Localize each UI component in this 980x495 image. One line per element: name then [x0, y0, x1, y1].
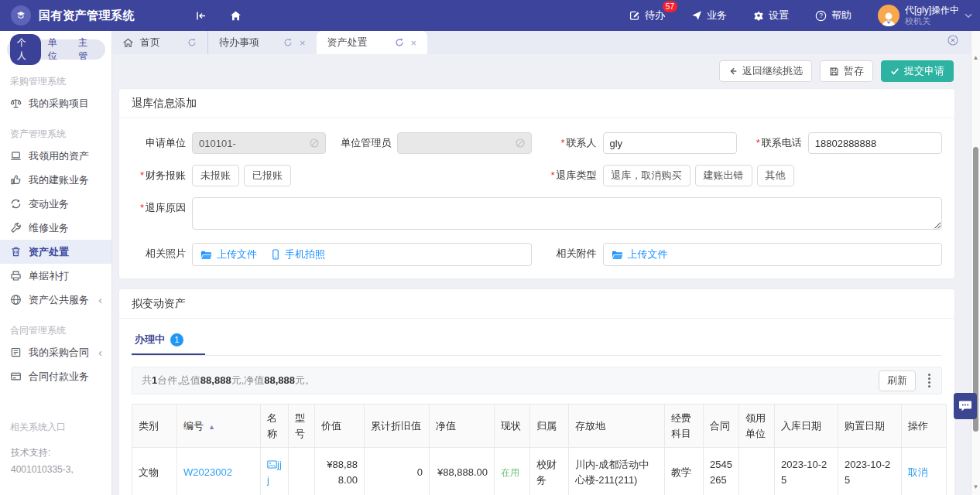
sidebar-item-label: 我领用的资产	[29, 149, 89, 163]
scrollbar-thumb[interactable]	[973, 147, 978, 432]
user-menu[interactable]: 代[gly]操作中 校机关	[878, 5, 972, 26]
status-badge: 在用	[501, 467, 519, 478]
sidebar-item-change-business[interactable]: 变动业务	[0, 192, 111, 216]
close-all-tabs-icon[interactable]	[947, 35, 958, 46]
attachments-label: 相关附件	[543, 243, 603, 265]
sidebar-item-contract-payment[interactable]: 合同付款业务	[0, 364, 111, 388]
svg-text:?: ?	[819, 12, 823, 19]
page-tabbar: 首页 待办事项 × 资产处置 ×	[112, 31, 971, 54]
sidebar-item-asset-disposal[interactable]: 资产处置	[0, 240, 111, 264]
scroll-up-icon[interactable]: ▲	[971, 54, 980, 61]
chevron-collapse-icon[interactable]: ‹	[98, 295, 102, 306]
sidebar-item-my-assets[interactable]: 我领用的资产	[0, 144, 111, 168]
tab-refresh-icon[interactable]	[283, 38, 293, 47]
cell-owner: 校财务	[530, 448, 569, 495]
scroll-down-icon[interactable]: ▼	[971, 483, 980, 490]
cell-contract: 2545265	[704, 448, 739, 495]
sidebar-item-label: 资产公共服务	[29, 293, 89, 307]
submit-application-button[interactable]: 提交申请	[881, 60, 954, 82]
sidebar-item-label: 我的采购合同	[29, 346, 89, 360]
summary-text: 共1台件,总值88,888元,净值88,888元。	[142, 374, 315, 387]
col-code[interactable]: 编号▲	[177, 405, 261, 448]
asset-name-link[interactable]: jjj	[267, 459, 282, 486]
tab-todo[interactable]: 待办事项 ×	[207, 31, 317, 54]
tab-label: 首页	[140, 36, 160, 50]
field-attachments: 相关附件 上传文件	[543, 243, 943, 266]
sidebar-item-my-purchase[interactable]: 我的采购项目	[0, 91, 111, 115]
processing-count-badge: 1	[170, 333, 183, 346]
col-action: 操作	[902, 405, 947, 448]
sidebar-item-label: 变动业务	[29, 197, 69, 211]
upload-file-link[interactable]: 上传文件	[612, 248, 668, 261]
tab-refresh-icon[interactable]	[187, 38, 197, 47]
tab-home[interactable]: 首页	[112, 31, 207, 54]
role-tab-unit[interactable]: 单位	[41, 34, 72, 65]
unit-admin-label: 单位管理员	[337, 132, 397, 154]
col-contract: 合同	[704, 405, 739, 448]
return-type-option-other[interactable]: 其他	[757, 165, 794, 186]
settings-menu[interactable]: 设置	[753, 9, 789, 22]
chat-fab-button[interactable]	[954, 393, 977, 419]
page-actions: 返回继续挑选 暂存 提交申请	[118, 60, 954, 82]
apply-unit-label: 申请单位	[132, 132, 192, 154]
finance-option-unreported[interactable]: 未报账	[192, 165, 239, 186]
sidebar-item-reprint[interactable]: 单据补打	[0, 264, 111, 288]
refresh-button[interactable]: 刷新	[879, 370, 916, 391]
finance-options: 未报账 已报账	[192, 165, 291, 186]
todo-label: 待办	[645, 9, 665, 22]
return-type-option-cancel[interactable]: 退库，取消购买	[603, 165, 690, 186]
tab-close-icon[interactable]: ×	[300, 38, 306, 48]
chevron-collapse-icon[interactable]: ‹	[98, 347, 102, 358]
cancel-row-link[interactable]: 取消	[908, 466, 928, 478]
home-icon[interactable]	[230, 10, 242, 22]
role-tab-personal[interactable]: 个人	[10, 34, 41, 65]
sidebar-item-public-service[interactable]: 资产公共服务 ‹	[0, 288, 111, 312]
phone-input[interactable]	[808, 132, 942, 154]
sidebar-item-repair-business[interactable]: 维修业务	[0, 216, 111, 240]
phone-photo-link[interactable]: 手机拍照	[271, 248, 325, 261]
thumbs-up-icon	[10, 174, 22, 186]
sidebar-item-my-contracts[interactable]: 我的采购合同 ‹	[0, 340, 111, 364]
collapse-sidebar-icon[interactable]	[195, 10, 207, 22]
upload-file-link[interactable]: 上传文件	[200, 248, 257, 261]
page-content: 返回继续挑选 暂存 提交申请 退库信息添加 申请单位 010101-	[112, 54, 971, 495]
asset-code-link[interactable]: W2023002	[183, 466, 232, 478]
col-name: 名称	[261, 405, 289, 448]
contact-input[interactable]	[603, 132, 737, 154]
sort-asc-icon[interactable]: ▲	[208, 423, 215, 431]
assets-summary-bar: 共1台件,总值88,888元,净值88,888元。 刷新	[132, 367, 942, 394]
save-icon	[829, 67, 839, 77]
return-info-card: 退库信息添加 申请单位 010101- 单位管理员	[118, 88, 955, 279]
app-logo-icon	[11, 5, 31, 26]
gear-icon	[753, 10, 764, 21]
arrow-left-icon	[728, 67, 738, 76]
sidebar-item-account-business[interactable]: 我的建账业务	[0, 168, 111, 192]
tab-processing[interactable]: 办理中 1	[132, 328, 205, 355]
printer-icon	[10, 270, 22, 282]
cell-in-date: 2023-10-25	[775, 448, 838, 495]
return-reason-textarea[interactable]	[192, 197, 942, 230]
help-menu[interactable]: ? 帮助	[815, 9, 852, 22]
folder-icon	[612, 250, 623, 260]
tab-asset-disposal[interactable]: 资产处置 ×	[317, 31, 428, 54]
edit-icon	[629, 10, 640, 21]
tab-refresh-icon[interactable]	[395, 38, 404, 47]
group-purchase-system: 采购管理系统	[0, 63, 111, 91]
role-tab-manager[interactable]: 主管	[71, 34, 102, 65]
back-continue-button[interactable]: 返回继续挑选	[719, 60, 812, 82]
col-net-value: 净值	[430, 405, 495, 448]
tab-close-icon[interactable]: ×	[411, 38, 417, 48]
business-menu[interactable]: 业务	[691, 9, 727, 22]
more-options-icon[interactable]	[925, 370, 938, 391]
return-type-option-error[interactable]: 建账出错	[695, 165, 752, 186]
card-title: 拟变动资产	[119, 289, 954, 319]
save-draft-button[interactable]: 暂存	[820, 60, 873, 82]
finance-option-reported[interactable]: 已报账	[244, 165, 291, 186]
col-location: 存放地	[569, 405, 665, 448]
todo-menu[interactable]: 待办 57	[629, 9, 665, 22]
tab-label: 待办事项	[219, 36, 259, 50]
scrollbar[interactable]: ▲ ▼	[971, 31, 980, 495]
col-fund: 经费科目	[665, 405, 704, 448]
photos-label: 相关照片	[132, 243, 192, 265]
refresh-icon	[10, 198, 22, 210]
